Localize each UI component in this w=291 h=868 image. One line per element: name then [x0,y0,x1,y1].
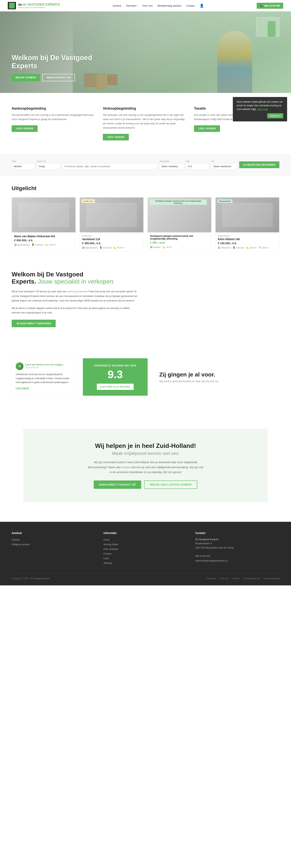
property-card-4[interactable]: Nieuwerkerk Nieuwerkerk Klein Hitland 14… [215,197,279,251]
size-spec-1: 📐 119 m² [46,243,56,246]
property-card-1[interactable]: Marie van Bijden-Vinkstraat 419 € 950.00… [12,197,76,251]
help-section-wrapper: Wij helpen je in heel Zuid-Holland! Maak… [0,429,291,502]
featured-section: Uitgelicht Marie van Bijden-Vinkstraat 4… [0,176,291,261]
footer-franchise-link[interactable]: Franchise [206,577,215,580]
footer-link-links[interactable]: Links [104,556,187,561]
price-from-label: Van [186,160,209,162]
property-card-2[interactable]: Onder bod Rotterdam Vasteland 119 € 385.… [80,197,144,251]
property-specs-3: 🏢 Kantoor 📐 19 m² [150,246,209,248]
property-card-3[interactable]: Strategisch gelegen kantoorruimte met ho… [147,197,211,251]
reviews-section: N Lees wat klanten over ons zeggen ★★★★★… [0,348,291,405]
cookie-accept-button[interactable]: Begrepen! [267,113,283,118]
chevron-down-icon: ▾ [137,5,138,7]
size-icon-4: 📐 [246,246,249,249]
property-specs-4: 🏠 Woonhuis 🚪 5 kamers 📐 205 m² 🌱 265 m² [218,246,277,249]
office-icon: 🏢 [150,246,153,248]
help-section: Wij helpen je in heel Zuid-Holland! Maak… [23,429,268,502]
review-stars: ★★★★★ [25,366,63,369]
search-price-to-group: Tot Geen maximum [211,160,237,169]
koop-select[interactable]: Koop [37,163,60,169]
building-shape [18,203,69,227]
footer-contact-link[interactable]: Contact [232,577,239,580]
footer-link-woning[interactable]: Woning Nader [104,542,187,547]
footer-aanbod-title: Aanbod [12,531,96,534]
price-to-label: Tot [211,160,237,162]
price-to-select[interactable]: Geen maximum [211,163,237,169]
user-icon[interactable]: 👤 [200,3,204,8]
type-spec-4: 🏠 Woonhuis [218,246,231,249]
footer-link-religieus[interactable]: Religieus aanbod [12,542,96,547]
phone-button[interactable]: 📞 088 16 69 500 [257,3,283,9]
welcome-para1: Wil je huis verkopen? Of ben je op zoek … [12,289,138,303]
location-input[interactable] [62,163,157,169]
footer-link-aanbod[interactable]: Aanbod [12,537,96,542]
property-city-2: Rotterdam [82,235,141,237]
footer-bottom: Copyright © 2025 - De Vastgoed Experts F… [12,573,279,580]
nav-aanbod[interactable]: Aanbod [113,4,121,7]
review-avatar: N [16,362,24,370]
property-info-3: Strategisch gelegen kantoorruimte met ho… [148,232,211,251]
nav-contact[interactable]: Contact [186,4,195,7]
help-buttons: NEEM DIRECT CONTACT OP BEKIJK ONS LAATST… [35,480,256,489]
hero-title: Welkom bij De Vastgoed Experts [12,54,109,70]
footer-link-home[interactable]: Home [104,537,187,542]
footer-over-ons-link[interactable]: Over ons [220,577,228,580]
logo-tagline: MAKELAARDIJ & HYPOTHEKEN [18,7,60,8]
apartment-icon-2: 🏢 [82,246,85,249]
type-select[interactable]: Wonen [12,163,35,169]
sell-house-button[interactable]: JE HUIS DIRECT VERKOPEN [12,320,56,327]
price-from-select[interactable]: € 0 [186,163,209,169]
service-verkoopbegeleiding: Verkoopbegeleiding Het verkopen van een … [103,103,188,144]
aankoopmakelaar-link[interactable]: aankoopmakelaar [67,290,87,293]
all-reviews-button[interactable]: LEES HIER ALLE REVIEWS [97,384,134,390]
apartment-icon: 🏢 [14,243,17,246]
type-label: Type [12,160,35,162]
search-price-from-group: Van € 0 [186,160,209,169]
aankoopbegeleiding-btn[interactable]: LEES VERDER [12,125,38,132]
aankoopbegeleiding-text: Het aanschaffen van een woning is een sp… [12,113,97,121]
nav-bedrijfsmatig[interactable]: Bedrijfsmatig aanbod [157,4,181,7]
neem-contact-op-hero-button[interactable]: NEEM CONTACT OP [42,74,75,81]
footer-address2: 2914 KM Nieuwerkerk aan den IJssel [195,547,234,549]
type-spec-3: 🏢 Kantoor [150,246,161,248]
neem-direct-contact-op-button[interactable]: NEEM DIRECT CONTACT OP [94,480,141,489]
property-grid: Marie van Bijden-Vinkstraat 419 € 950.00… [12,197,279,251]
phone-icon: 📞 [260,4,263,7]
size-spec-4: 📐 205 m² [246,246,257,249]
objecttype-select[interactable]: Geen voorkeur [159,163,184,169]
footer-email[interactable]: kantoor@devastgoedexperts.nl [195,558,279,563]
property-img-1 [12,197,76,232]
logo[interactable]: de de VASTGOED EXPERTS MAKELAARDIJ & HYP… [8,2,60,9]
footer-privacy-link[interactable]: Privacyverklaring [243,577,260,580]
cookie-learn-more-link[interactable]: Lees meer [257,108,268,111]
property-img-3: Strategisch gelegen kantoorruimte met ho… [148,197,211,232]
help-subtitle: Maak vrijblijvend kennis met ons [35,451,256,456]
bekijk-aanbod-button[interactable]: BEKIJK AANBOD [12,74,40,81]
footer-informatie-title: Informatie [104,531,187,534]
spacer-1 [0,333,291,348]
nav-diensten[interactable]: Diensten ▾ [126,4,138,7]
search-button[interactable]: 14 OBJECTEN GEVONDEN [239,161,279,168]
footer: Aanbod Aanbod Religieus aanbod Informati… [0,522,291,585]
hero-content: Welkom bij De Vastgoed Experts BEKIJK AA… [12,54,109,81]
score-value: 9.3 [108,369,123,380]
size-icon-2: 📐 [114,246,116,249]
bekijk-laatste-aanbod-button[interactable]: BEKIJK ONS LAATSTE AANBOD [144,480,198,489]
rooms-spec-1: 🚪 4 kamers [32,243,43,246]
property-badge-2: Onder bod [82,199,95,203]
footer-col-informatie: Informatie Home Woning Nader Huis verkop… [104,531,187,565]
footer-cookie-link[interactable]: Cookieverklaring [263,577,279,580]
footer-link-contact[interactable]: Contact [104,552,187,556]
taxatie-btn[interactable]: LEES VERDER [194,125,220,132]
footer-link-sitemap[interactable]: Sitemap [104,561,187,565]
spacer-2 [0,405,291,421]
verkoopbegeleiding-btn[interactable]: LEES VERDER [103,134,129,141]
koop-label: Koop (14) [37,160,60,162]
property-price-3: € 495,- mnd [150,241,209,244]
plot-icon: 🌱 [258,246,261,249]
nav-over-ons[interactable]: Over ons [142,4,153,7]
contact-link[interactable]: contact [121,466,130,469]
footer-link-huis-verkopen[interactable]: Huis verkopen [104,547,187,552]
property-info-4: Nieuwerkerk Klein Hitland 145 € 150.000,… [215,232,279,251]
review-read-more-link[interactable]: LEES MEER [16,387,29,390]
